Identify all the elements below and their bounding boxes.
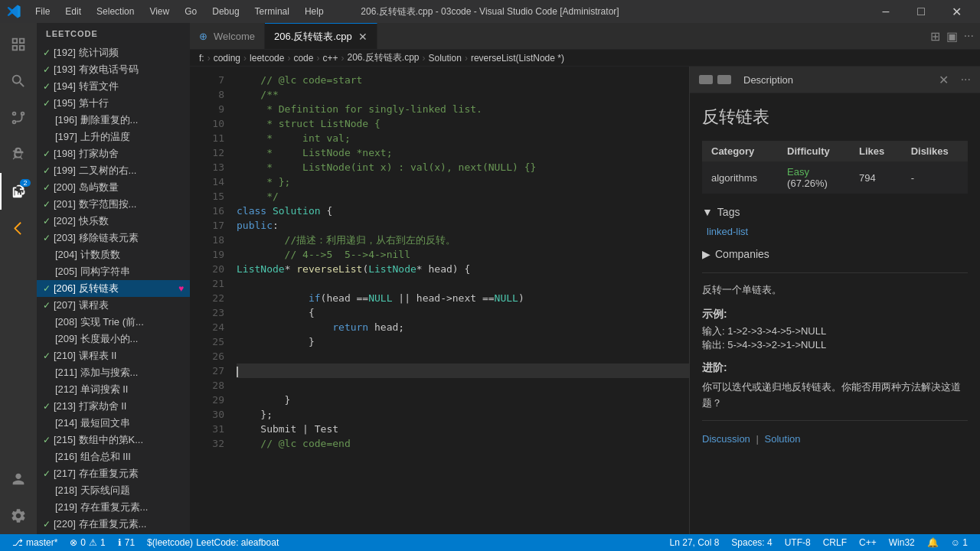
companies-header[interactable]: ▶ Companies: [702, 248, 968, 260]
line-number-22: 22: [190, 291, 224, 305]
layout-icon[interactable]: ▣: [946, 29, 958, 44]
menu-view[interactable]: View: [142, 3, 177, 20]
bc-code[interactable]: code: [293, 53, 313, 64]
code-lines[interactable]: // @lc code=start /** * Definition for s…: [224, 67, 689, 534]
status-language[interactable]: C++: [853, 537, 883, 548]
status-errors[interactable]: ⊗ 0 ⚠ 1: [64, 537, 111, 548]
activity-scm[interactable]: [0, 99, 37, 136]
right-panel-more-icon[interactable]: ···: [961, 73, 971, 86]
bc-cpp[interactable]: c++: [322, 53, 338, 64]
right-panel-content[interactable]: 反转链表 Category Difficulty Likes Dislikes: [690, 93, 980, 534]
close-button[interactable]: ✕: [939, 0, 974, 23]
sidebar-item-214[interactable]: [214] 最短回文串: [37, 415, 190, 432]
maximize-button[interactable]: □: [903, 0, 939, 23]
activity-search[interactable]: [0, 63, 37, 99]
sidebar-item-209[interactable]: [209] 长度最小的...: [37, 331, 190, 347]
error-count: 0: [80, 537, 86, 548]
menu-go[interactable]: Go: [177, 3, 204, 20]
sidebar-item-195[interactable]: ✓[195] 第十行: [37, 95, 190, 112]
menu-help[interactable]: Help: [297, 3, 332, 20]
sidebar-item-194[interactable]: ✓[194] 转置文件: [37, 78, 190, 95]
split-editor-icon[interactable]: ⊞: [930, 29, 940, 44]
code-content[interactable]: 7891011121314151617181920212223242526272…: [190, 67, 689, 534]
status-os[interactable]: Win32: [883, 537, 921, 548]
status-leetcode[interactable]: $(leetcode) LeetCode: aleafboat: [141, 537, 285, 548]
advanced-title: 进阶:: [702, 361, 968, 375]
discussion-link[interactable]: Discussion: [702, 433, 750, 445]
activity-extensions[interactable]: 2: [0, 173, 37, 210]
sidebar-list[interactable]: ✓[192] 统计词频✓[193] 有效电话号码✓[194] 转置文件✓[195…: [37, 44, 190, 534]
bc-func[interactable]: reverseList(ListNode *): [471, 53, 564, 64]
activity-settings[interactable]: [0, 497, 37, 534]
more-actions-icon[interactable]: ···: [964, 29, 974, 43]
code-line-16: class Solution {: [237, 204, 689, 218]
status-feedback[interactable]: ☺ 1: [945, 537, 974, 548]
sidebar-item-205[interactable]: [205] 同构字符串: [37, 263, 190, 280]
tags-arrow-icon: ▼: [702, 206, 713, 218]
tab-welcome[interactable]: ⊕ Welcome: [190, 23, 265, 49]
advanced-section: 进阶: 你可以迭代或递归地反转链表。你能否用两种方法解决这道题？: [702, 361, 968, 412]
line-number-27: 27: [190, 364, 224, 378]
status-notifications[interactable]: 🔔: [921, 537, 945, 548]
status-spaces[interactable]: Spaces: 4: [725, 537, 778, 548]
line-number-13: 13: [190, 160, 224, 174]
status-branch[interactable]: ⎇ master*: [6, 537, 64, 548]
code-line-29: }: [237, 393, 689, 407]
menu-file[interactable]: File: [28, 3, 57, 20]
menu-terminal[interactable]: Terminal: [247, 3, 297, 20]
leetcode-user: LeetCode: aleafboat: [196, 537, 279, 548]
minimize-button[interactable]: –: [868, 0, 903, 23]
sidebar-item-202[interactable]: ✓[202] 快乐数: [37, 213, 190, 230]
sidebar-item-218[interactable]: [218] 天际线问题: [37, 482, 190, 499]
sidebar-item-199[interactable]: ✓[199] 二叉树的右...: [37, 162, 190, 179]
bc-file[interactable]: 206.反转链表.cpp: [347, 51, 419, 64]
status-info[interactable]: ℹ 71: [112, 537, 141, 548]
sidebar-item-215[interactable]: ✓[215] 数组中的第K...: [37, 432, 190, 448]
warning-icon: ⚠: [89, 537, 97, 548]
bc-f[interactable]: f:: [199, 53, 204, 64]
sidebar-item-197[interactable]: [197] 上升的温度: [37, 129, 190, 145]
sidebar-item-196[interactable]: [196] 删除重复的...: [37, 112, 190, 129]
bc-solution[interactable]: Solution: [429, 53, 462, 64]
tags-header[interactable]: ▼ Tags: [702, 206, 968, 218]
sidebar-item-210[interactable]: ✓[210] 课程表 II: [37, 347, 190, 364]
status-encoding[interactable]: UTF-8: [779, 537, 817, 548]
sidebar-item-192[interactable]: ✓[192] 统计词频: [37, 44, 190, 61]
sidebar-item-206[interactable]: ✓[206] 反转链表♥: [37, 280, 190, 297]
status-line-ending[interactable]: CRLF: [817, 537, 853, 548]
code-editor[interactable]: 7891011121314151617181920212223242526272…: [190, 67, 689, 534]
sidebar-item-219[interactable]: [219] 存在重复元素...: [37, 499, 190, 516]
bc-coding[interactable]: coding: [214, 53, 240, 64]
solution-link[interactable]: Solution: [765, 433, 801, 445]
tab-active-file[interactable]: 206.反转链表.cpp ✕: [265, 23, 377, 49]
sidebar-item-213[interactable]: ✓[213] 打家劫舍 II: [37, 398, 190, 415]
sidebar-item-217[interactable]: ✓[217] 存在重复元素: [37, 465, 190, 482]
sidebar-item-208[interactable]: [208] 实现 Trie (前...: [37, 314, 190, 331]
right-panel-close-icon[interactable]: ✕: [939, 73, 949, 87]
activity-debug[interactable]: [0, 136, 37, 173]
sidebar-item-204[interactable]: [204] 计数质数: [37, 246, 190, 263]
sidebar-item-212[interactable]: [212] 单词搜索 II: [37, 381, 190, 398]
stats-table: Category Difficulty Likes Dislikes algor…: [702, 141, 968, 194]
menu-edit[interactable]: Edit: [57, 3, 89, 20]
tag-linked-list[interactable]: linked-list: [702, 224, 753, 239]
sidebar-item-193[interactable]: ✓[193] 有效电话号码: [37, 61, 190, 78]
sidebar-item-200[interactable]: ✓[200] 岛屿数量: [37, 179, 190, 196]
activity-leetcode[interactable]: [0, 210, 37, 246]
code-line-15: */: [237, 189, 689, 204]
window-controls: – □ ✕: [868, 0, 974, 23]
sidebar-item-203[interactable]: ✓[203] 移除链表元素: [37, 230, 190, 246]
bc-leetcode[interactable]: leetcode: [250, 53, 284, 64]
sidebar-item-211[interactable]: [211] 添加与搜索...: [37, 364, 190, 381]
sidebar-item-216[interactable]: [216] 组合总和 III: [37, 448, 190, 465]
activity-accounts[interactable]: [0, 461, 37, 497]
sidebar-item-201[interactable]: ✓[201] 数字范围按...: [37, 196, 190, 213]
sidebar-item-207[interactable]: ✓[207] 课程表: [37, 297, 190, 314]
menu-selection[interactable]: Selection: [89, 3, 142, 20]
tab-close-icon[interactable]: ✕: [358, 31, 368, 43]
menu-debug[interactable]: Debug: [204, 3, 247, 20]
status-position[interactable]: Ln 27, Col 8: [664, 537, 726, 548]
activity-explorer[interactable]: [0, 26, 37, 63]
sidebar-item-220[interactable]: ✓[220] 存在重复元素...: [37, 516, 190, 533]
sidebar-item-198[interactable]: ✓[198] 打家劫舍: [37, 145, 190, 162]
